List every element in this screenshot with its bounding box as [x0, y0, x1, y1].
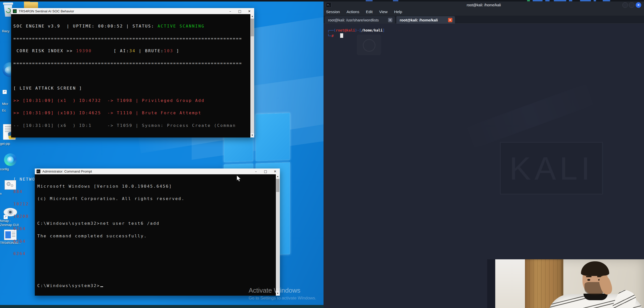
attack-line: >> [10:31:09] (x1 ) ID:4732 -> T1098 | P…: [13, 99, 242, 103]
shell-prompt: ┌──(root@kali)-[/home/kali]└─#: [327, 27, 385, 39]
kali-window-title: root@kali: /home/kali: [324, 3, 644, 7]
scroll-up-icon[interactable]: ▲: [250, 14, 254, 18]
webcam-wall: [495, 259, 528, 308]
maximize-button[interactable]: [629, 2, 634, 8]
menu-view[interactable]: View: [379, 10, 388, 14]
close-button[interactable]: ✕: [245, 8, 254, 14]
shortcut-arrow-icon: [3, 90, 7, 94]
kali-logo-watermark: KALI: [500, 142, 603, 194]
webcam-letterbox: [487, 259, 495, 308]
minimize-button[interactable]: –: [225, 8, 235, 14]
terminal-area[interactable]: KALI ┌──(root@kali)-[/home/kali]└─#: [324, 24, 644, 308]
tab-bar: root@kali: /usr/share/wordlists ✕ root@k…: [324, 16, 644, 24]
attack-line: -- [10:31:01] (x6 ) ID:1 -> T1059 | Sysm…: [13, 124, 242, 128]
maximize-button[interactable]: □: [261, 169, 270, 174]
cmd-line: [37, 246, 185, 250]
soc-window: TRS4R3N Sentinal AI SOC Behavior – □ ✕ S…: [11, 8, 254, 137]
soc-scrollbar[interactable]: ▲ ▼: [250, 14, 254, 137]
bottom-bar: [0, 305, 324, 308]
brute-count: 103: [164, 48, 173, 53]
kali-terminal-window: >_ root@kali: /home/kali ✕ Session Actio…: [324, 0, 644, 308]
cmd-console-text: Microsoft Windows [Version 10.0.19045.64…: [37, 176, 185, 296]
soc-status: ACTIVE SCANNING: [158, 24, 205, 29]
menu-help[interactable]: Help: [394, 10, 402, 14]
prompt-path: /home/kali: [361, 28, 383, 32]
tab-wordlists[interactable]: root@kali: /usr/share/wordlists ✕: [325, 16, 395, 24]
maximize-button[interactable]: □: [235, 8, 245, 14]
cmd-line: [37, 271, 185, 275]
cmd-line: Microsoft Windows [Version 10.0.19045.64…: [37, 184, 185, 188]
cmd-app-icon: [37, 170, 40, 173]
prompt-user: root@kali: [336, 28, 355, 32]
ai-count: 34: [129, 48, 136, 53]
recycle-bin-label: Recy: [2, 29, 10, 33]
scroll-down-icon[interactable]: ▼: [250, 133, 254, 137]
cmd-line: [37, 209, 185, 213]
scroll-up-icon[interactable]: ▲: [276, 174, 280, 179]
cmd-window: Administrator: Command Prompt – □ ✕ Micr…: [35, 169, 280, 296]
cmd-line: [37, 259, 185, 263]
kali-titlebar[interactable]: >_ root@kali: /home/kali ✕ Session Actio…: [324, 0, 644, 16]
cmd-console[interactable]: Microsoft Windows [Version 10.0.19045.64…: [35, 174, 280, 296]
risk-index-value: 19390: [76, 48, 92, 53]
attack-line: >> [10:31:09] (x103) ID:4625 -> T1110 | …: [13, 111, 242, 115]
person: [548, 261, 644, 308]
soc-app-icon: [13, 9, 17, 13]
cmd-line: (c) Microsoft Corporation. All rights re…: [37, 197, 185, 201]
cmd-line: C:\Windows\system32>net user test6 /add: [37, 221, 185, 226]
windows-desktop: Recy Micr Ec get-pip config a Nmap - Zen…: [0, 0, 324, 308]
cmd-cursor: [100, 286, 103, 287]
cmd-line: The command completed successfully.: [37, 234, 185, 238]
scroll-down-icon[interactable]: ▼: [276, 291, 280, 296]
cmd-scrollbar[interactable]: ▲ ▼: [276, 174, 280, 296]
menu-session[interactable]: Session: [326, 10, 340, 14]
shortcut-arrow-icon: [4, 215, 8, 219]
cmd-titlebar[interactable]: Administrator: Command Prompt – □ ✕: [35, 169, 280, 174]
video-timeline-strip: [0, 0, 644, 2]
soc-title: TRS4R3N Sentinal AI SOC Behavior: [19, 9, 74, 13]
edge-label: Micr: [2, 102, 8, 106]
menu-bar: Session Actions Edit View Help: [326, 10, 402, 14]
cmd-prompt: C:\Windows\system32>: [37, 283, 100, 288]
cmd-title: Administrator: Command Prompt: [42, 170, 92, 173]
background-streak: [460, 81, 600, 151]
minimize-button[interactable]: –: [251, 169, 261, 174]
cmd-scroll-thumb[interactable]: [276, 179, 279, 192]
folder-icon[interactable]: [24, 2, 38, 8]
tab-home-kali[interactable]: root@kali: /home/kali ✕: [396, 16, 455, 24]
tab-close-icon[interactable]: ✕: [388, 18, 392, 22]
terminal-cursor: [340, 33, 343, 38]
webcam-overlay: [487, 259, 644, 308]
soc-titlebar[interactable]: TRS4R3N Sentinal AI SOC Behavior – □ ✕: [11, 8, 254, 14]
menu-edit[interactable]: Edit: [366, 10, 373, 14]
live-attack-header: [ LIVE ATTACK SCREEN ]: [13, 86, 242, 90]
menu-actions[interactable]: Actions: [346, 10, 359, 14]
close-button[interactable]: ✕: [270, 169, 280, 174]
tab-close-icon[interactable]: ✕: [448, 18, 452, 22]
edge-label: Ec: [2, 108, 6, 112]
soc-console[interactable]: SOC ENGINE v3.9 | UPTIME: 00:00:52 | STA…: [11, 14, 254, 137]
close-button[interactable]: ✕: [636, 2, 641, 8]
mouse-cursor: [237, 175, 242, 184]
screen: Recy Micr Ec get-pip config a Nmap - Zen…: [0, 0, 644, 308]
soc-scroll-thumb[interactable]: [251, 19, 254, 36]
minimize-button[interactable]: [622, 2, 628, 8]
